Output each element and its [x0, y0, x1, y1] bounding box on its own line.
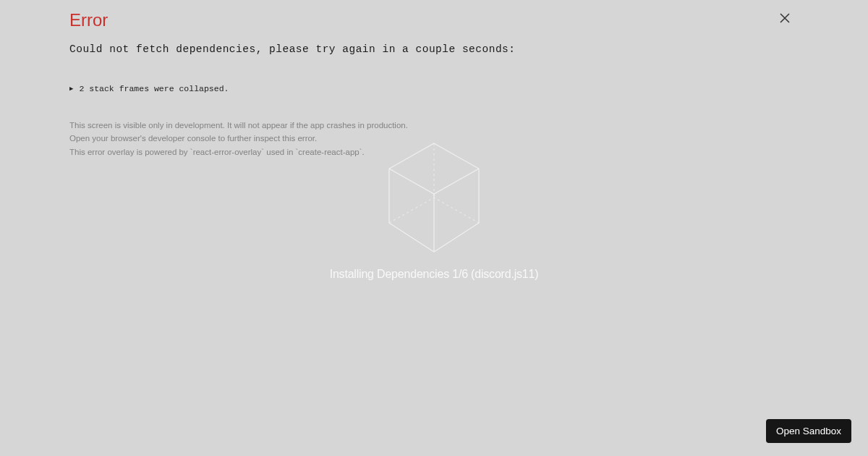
loading-status-text: Installing Dependencies 1/6 (discord.js1…	[330, 268, 539, 281]
error-overlay: Error Could not fetch dependencies, plea…	[0, 0, 868, 159]
disclosure-triangle-icon: ▶	[69, 85, 73, 93]
error-message: Could not fetch dependencies, please try…	[69, 43, 799, 55]
open-sandbox-button[interactable]: Open Sandbox	[766, 419, 851, 443]
collapsed-frames-label: 2 stack frames were collapsed.	[79, 84, 229, 93]
help-line: Open your browser's developer console to…	[69, 132, 799, 145]
stack-frames-toggle[interactable]: ▶ 2 stack frames were collapsed.	[69, 84, 799, 93]
close-icon	[780, 13, 790, 25]
help-line: This error overlay is powered by `react-…	[69, 146, 799, 159]
error-title: Error	[69, 10, 799, 30]
help-line: This screen is visible only in developme…	[69, 119, 799, 132]
help-text-block: This screen is visible only in developme…	[69, 119, 799, 159]
close-button[interactable]	[780, 13, 791, 25]
